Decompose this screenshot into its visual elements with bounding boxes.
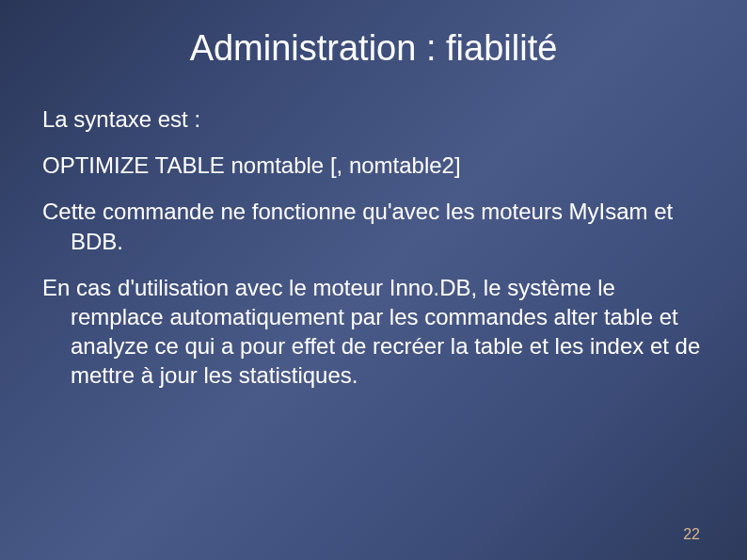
- page-number: 22: [683, 526, 700, 543]
- slide-container: Administration : fiabilité La syntaxe es…: [0, 0, 747, 560]
- paragraph-3: Cette commande ne fonctionne qu'avec les…: [42, 197, 705, 255]
- slide-title: Administration : fiabilité: [42, 28, 705, 69]
- paragraph-2: OPTIMIZE TABLE nomtable [, nomtable2]: [42, 151, 705, 180]
- paragraph-1: La syntaxe est :: [42, 104, 705, 134]
- slide-body: La syntaxe est : OPTIMIZE TABLE nomtable…: [42, 104, 705, 391]
- paragraph-4: En cas d'utilisation avec le moteur Inno…: [42, 273, 705, 391]
